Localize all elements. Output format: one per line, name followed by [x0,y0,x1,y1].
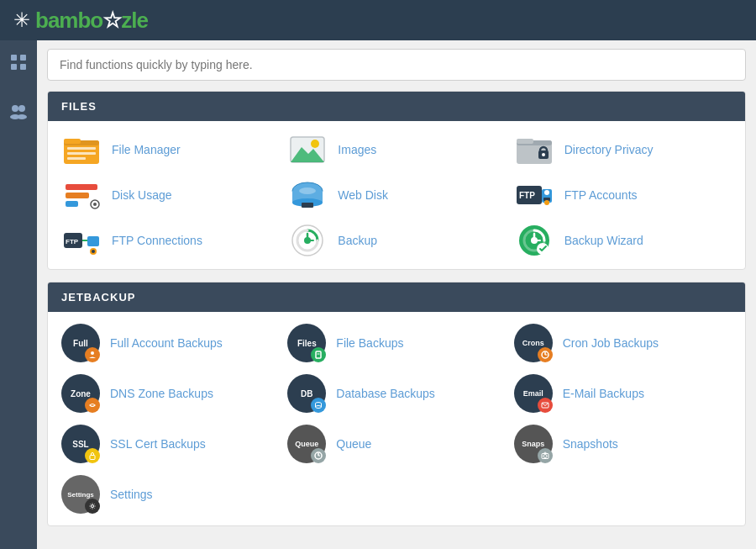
svg-rect-34 [302,203,313,208]
backup-item[interactable]: Backup [287,224,505,257]
jetbackup-grid: Full Full Account Backups Files [61,324,732,514]
ssl-cert-backups-label: SSL Cert Backups [110,437,206,451]
logo-star: ✳ [13,8,30,32]
directory-privacy-icon [514,133,554,166]
main-content: FILES File Manager [37,40,756,546]
images-item[interactable]: Images [287,133,505,166]
queue-item[interactable]: Queue Queue [287,425,505,463]
snapshots-item[interactable]: Snaps Snapshots [514,425,732,463]
svg-text:FTP: FTP [519,191,535,200]
email-backups-label: E-Mail Backups [563,387,644,400]
files-section: FILES File Manager [47,91,746,270]
database-backups-item[interactable]: DB Database Backups [287,374,505,413]
file-manager-icon [61,133,102,166]
ftp-accounts-label: FTP Accounts [564,188,638,202]
email-badge [538,398,553,413]
web-disk-icon [287,178,328,212]
backup-icon [287,224,328,257]
dns-zone-backups-label: DNS Zone Backups [110,387,213,400]
queue-icon: Queue [287,425,326,463]
directory-privacy-item[interactable]: Directory Privacy [514,133,732,166]
queue-label: Queue [336,437,371,451]
database-badge [311,398,326,413]
email-backups-item[interactable]: Email E-Mail Backups [514,374,732,413]
web-disk-item[interactable]: Web Disk [287,178,505,212]
dns-zone-badge [85,398,100,413]
full-account-backups-icon: Full [61,324,100,362]
ssl-cert-backups-item[interactable]: SSL SSL Cert Backups [61,425,279,463]
svg-rect-0 [11,55,17,61]
dns-zone-backups-icon: Zone [61,374,100,413]
files-grid: File Manager Images [61,133,732,257]
database-backups-icon: DB [287,374,326,413]
full-account-backups-label: Full Account Backups [110,336,223,350]
search-input[interactable] [47,49,746,81]
jetbackup-section-header: JETBACKUP [48,282,745,312]
svg-rect-13 [67,157,86,160]
svg-rect-25 [66,193,89,198]
svg-point-23 [542,153,545,156]
file-backups-item[interactable]: Files File Backups [287,324,505,362]
snapshots-badge [538,448,553,463]
full-account-badge [85,347,100,362]
cron-job-badge [538,347,553,362]
file-backups-icon: Files [287,324,326,362]
full-account-backups-item[interactable]: Full Full Account Backups [61,324,279,362]
cron-job-backups-label: Cron Job Backups [563,336,659,350]
svg-rect-11 [67,147,96,150]
svg-point-17 [311,140,319,148]
web-disk-label: Web Disk [338,188,388,202]
svg-point-73 [92,505,94,508]
backup-wizard-label: Backup Wizard [564,234,643,247]
disk-usage-item[interactable]: Disk Usage [61,178,279,212]
svg-rect-67 [90,456,95,460]
disk-usage-label: Disk Usage [112,188,172,202]
svg-rect-2 [11,64,17,70]
cron-job-backups-icon: Crons [514,324,553,362]
snapshots-label: Snapshots [563,437,618,451]
svg-point-40 [544,200,549,205]
svg-rect-43 [87,236,99,246]
cron-job-backups-item[interactable]: Crons Cron Job Backups [514,324,732,362]
svg-point-4 [12,105,18,112]
database-backups-label: Database Backups [336,387,435,400]
svg-rect-12 [67,152,96,155]
backup-wizard-icon [514,224,554,257]
settings-label: Settings [110,488,153,501]
svg-point-55 [91,351,94,355]
sidebar-users-icon[interactable] [4,97,33,129]
images-icon [287,133,328,166]
svg-rect-26 [66,201,78,207]
file-manager-item[interactable]: File Manager [61,133,279,166]
queue-badge [311,448,326,463]
ftp-connections-icon: FTP [61,224,102,257]
disk-usage-icon [61,178,102,212]
file-manager-label: File Manager [112,143,181,156]
backup-label: Backup [338,234,377,247]
settings-item[interactable]: Settings Settings [61,475,279,514]
logo: ✳ bambo☆zle [13,8,148,34]
svg-point-38 [544,190,549,195]
svg-text:FTP: FTP [66,238,79,245]
jetbackup-section: JETBACKUP Full Full Account Backups [47,282,746,526]
svg-point-45 [92,250,95,253]
sidebar-grid-icon[interactable] [5,49,32,80]
svg-point-72 [543,455,547,458]
logo-text: bambo☆zle [35,8,148,34]
ftp-connections-item[interactable]: FTP FTP Connections [61,224,279,257]
ftp-accounts-item[interactable]: FTP FTP Accounts [514,178,732,212]
ssl-cert-badge [85,448,100,463]
directory-privacy-label: Directory Privacy [564,143,654,156]
snapshots-icon: Snaps [514,425,553,463]
settings-icon: Settings [61,475,100,514]
ftp-accounts-icon: FTP [514,178,554,212]
backup-wizard-item[interactable]: Backup Wizard [514,224,732,257]
settings-badge [85,499,100,514]
dns-zone-backups-item[interactable]: Zone DNS Zone Backups [61,374,279,413]
svg-rect-24 [66,184,97,190]
email-backups-icon: Email [514,374,553,413]
svg-point-7 [17,114,27,119]
files-section-header: FILES [48,92,745,121]
svg-rect-56 [316,351,321,358]
svg-rect-3 [20,64,26,70]
